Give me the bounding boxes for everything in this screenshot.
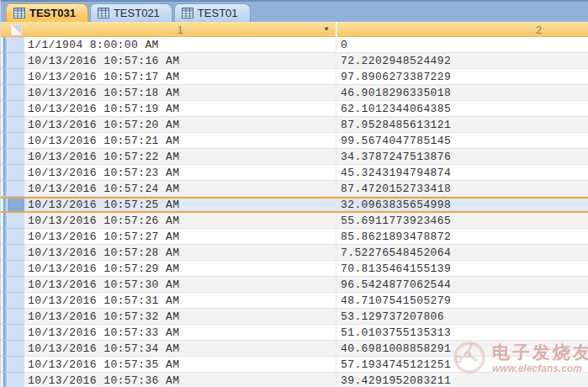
table-row[interactable]: 10/13/2016 10:57:29 AM 70.8135464155139 <box>1 261 588 277</box>
value-cell[interactable]: 45.3243194794874 <box>336 165 588 181</box>
timestamp-cell[interactable]: 10/13/2016 10:57:31 AM <box>24 293 336 309</box>
table-row[interactable]: 10/13/2016 10:57:33 AM 51.0103755135313 <box>1 325 588 341</box>
table-row[interactable]: 10/13/2016 10:57:19 AM 62.1012344064385 <box>1 101 588 117</box>
table-row[interactable]: 10/13/2016 10:57:24 AM 87.4720152733418 <box>1 181 588 197</box>
timestamp-cell[interactable]: 10/13/2016 10:57:33 AM <box>24 325 336 341</box>
timestamp-cell[interactable]: 10/13/2016 10:57:35 AM <box>24 357 336 373</box>
timestamp-cell[interactable]: 10/13/2016 10:57:30 AM <box>24 277 336 293</box>
timestamp-cell[interactable]: 10/13/2016 10:57:26 AM <box>24 213 336 229</box>
value-cell[interactable]: 55.6911773923465 <box>336 213 588 229</box>
timestamp-cell[interactable]: 10/13/2016 10:57:21 AM <box>24 133 336 149</box>
value-cell[interactable]: 72.2202948524492 <box>336 53 588 69</box>
timestamp-cell[interactable]: 10/13/2016 10:57:36 AM <box>24 373 336 387</box>
table-row[interactable]: 10/13/2016 10:57:31 AM 48.7107541505279 <box>1 293 588 309</box>
row-header-cell[interactable] <box>1 261 24 277</box>
row-header-cell[interactable] <box>1 199 24 211</box>
value-cell[interactable]: 96.5424877062544 <box>336 277 588 293</box>
value-cell[interactable]: 70.8135464155139 <box>336 261 588 277</box>
row-header-cell[interactable] <box>1 229 24 245</box>
table-row[interactable]: 1/1/1904 8:00:00 AM 0 <box>1 37 588 53</box>
table-row[interactable]: 10/13/2016 10:57:27 AM 85.8621893478872 <box>1 229 588 245</box>
row-header-cell[interactable] <box>1 85 24 101</box>
table-row[interactable]: 10/13/2016 10:57:23 AM 45.3243194794874 <box>1 165 588 181</box>
row-header-cell[interactable] <box>1 277 24 293</box>
table-row[interactable]: 10/13/2016 10:57:21 AM 99.5674047785145 <box>1 133 588 149</box>
value-cell[interactable]: 85.8621893478872 <box>336 229 588 245</box>
row-header-cell[interactable] <box>1 293 24 309</box>
row-header-cell[interactable] <box>1 213 24 229</box>
value-cell[interactable]: 87.4720152733418 <box>336 181 588 197</box>
value-cell[interactable]: 87.9528485613121 <box>336 117 588 133</box>
tab-label: TEST021 <box>114 7 160 19</box>
timestamp-cell[interactable]: 10/13/2016 10:57:34 AM <box>24 341 336 357</box>
timestamp-cell[interactable]: 10/13/2016 10:57:18 AM <box>24 85 336 101</box>
row-header-cell[interactable] <box>1 373 24 387</box>
table-row[interactable]: 10/13/2016 10:57:22 AM 34.3787247513876 <box>1 149 588 165</box>
table-row[interactable]: 10/13/2016 10:57:30 AM 96.5424877062544 <box>1 277 588 293</box>
value-cell[interactable]: 34.3787247513876 <box>336 149 588 165</box>
value-cell[interactable]: 40.6981008858291 <box>336 341 588 357</box>
value-cell[interactable]: 48.7107541505279 <box>336 293 588 309</box>
row-header-cell[interactable] <box>1 117 24 133</box>
table-row[interactable]: 10/13/2016 10:57:16 AM 72.2202948524492 <box>1 53 588 69</box>
table-row[interactable]: 10/13/2016 10:57:28 AM 7.52276548452064 <box>1 245 588 261</box>
timestamp-cell[interactable]: 10/13/2016 10:57:23 AM <box>24 165 336 181</box>
timestamp-cell[interactable]: 1/1/1904 8:00:00 AM <box>24 37 336 53</box>
timestamp-cell[interactable]: 10/13/2016 10:57:22 AM <box>24 149 336 165</box>
row-header-cell[interactable] <box>1 181 24 197</box>
table-row[interactable]: 10/13/2016 10:57:20 AM 87.9528485613121 <box>1 117 588 133</box>
table-row[interactable]: 10/13/2016 10:57:32 AM 53.129737207806 <box>1 309 588 325</box>
value-cell[interactable]: 46.9018296335018 <box>336 85 588 101</box>
column-header-2[interactable]: 2 <box>336 22 588 37</box>
row-header-cell[interactable] <box>1 357 24 373</box>
value-cell[interactable]: 0 <box>336 37 588 53</box>
select-all-corner[interactable] <box>1 22 24 37</box>
timestamp-cell[interactable]: 10/13/2016 10:57:19 AM <box>24 101 336 117</box>
value-cell[interactable]: 51.0103755135313 <box>336 325 588 341</box>
row-header-cell[interactable] <box>1 133 24 149</box>
timestamp-cell[interactable]: 10/13/2016 10:57:27 AM <box>24 229 336 245</box>
timestamp-cell[interactable]: 10/13/2016 10:57:29 AM <box>24 261 336 277</box>
row-header-cell[interactable] <box>1 149 24 165</box>
timestamp-cell[interactable]: 10/13/2016 10:57:17 AM <box>24 69 336 85</box>
timestamp-cell[interactable]: 10/13/2016 10:57:28 AM <box>24 245 336 261</box>
value-cell[interactable]: 97.8906273387229 <box>336 69 588 85</box>
table-row[interactable]: 10/13/2016 10:57:35 AM 57.1934745121251 <box>1 357 588 373</box>
data-grid-window: TEST031 TEST021 <box>0 0 588 387</box>
row-header-cell[interactable] <box>1 37 24 53</box>
value-cell[interactable]: 53.129737207806 <box>336 309 588 325</box>
row-header-cell[interactable] <box>1 69 24 85</box>
tab-test031[interactable]: TEST031 <box>6 3 88 22</box>
value-cell[interactable]: 39.4291952083211 <box>336 373 588 387</box>
tab-test021[interactable]: TEST021 <box>90 3 172 22</box>
timestamp-cell[interactable]: 10/13/2016 10:57:32 AM <box>24 309 336 325</box>
timestamp-cell[interactable]: 10/13/2016 10:57:20 AM <box>24 117 336 133</box>
filter-dropdown-arrow-icon[interactable]: ▼ <box>323 25 330 34</box>
column-header-1[interactable]: 1 ▼ <box>24 22 336 37</box>
table-row[interactable]: 10/13/2016 10:57:36 AM 39.4291952083211 <box>1 373 588 387</box>
value-cell[interactable]: 57.1934745121251 <box>336 357 588 373</box>
row-header-cell[interactable] <box>1 245 24 261</box>
row-header-cell[interactable] <box>1 309 24 325</box>
row-header-cell[interactable] <box>1 53 24 69</box>
row-header-cell[interactable] <box>1 165 24 181</box>
table-row[interactable]: 10/13/2016 10:57:25 AM 32.0963835654998 <box>1 197 588 213</box>
value-cell[interactable]: 62.1012344064385 <box>336 101 588 117</box>
tab-label: TEST031 <box>29 7 76 19</box>
table-grid-icon <box>98 8 109 19</box>
row-header-cell[interactable] <box>1 101 24 117</box>
table-row[interactable]: 10/13/2016 10:57:17 AM 97.8906273387229 <box>1 69 588 85</box>
timestamp-cell[interactable]: 10/13/2016 10:57:25 AM <box>24 199 336 211</box>
column-header-label: 1 <box>177 24 183 36</box>
tab-test01[interactable]: TEST01 <box>174 3 251 22</box>
timestamp-cell[interactable]: 10/13/2016 10:57:24 AM <box>24 181 336 197</box>
table-row[interactable]: 10/13/2016 10:57:18 AM 46.9018296335018 <box>1 85 588 101</box>
row-header-cell[interactable] <box>1 341 24 357</box>
value-cell[interactable]: 99.5674047785145 <box>336 133 588 149</box>
table-row[interactable]: 10/13/2016 10:57:34 AM 40.6981008858291 <box>1 341 588 357</box>
row-header-cell[interactable] <box>1 325 24 341</box>
value-cell[interactable]: 7.52276548452064 <box>336 245 588 261</box>
timestamp-cell[interactable]: 10/13/2016 10:57:16 AM <box>24 53 336 69</box>
table-row[interactable]: 10/13/2016 10:57:26 AM 55.6911773923465 <box>1 213 588 229</box>
value-cell[interactable]: 32.0963835654998 <box>336 199 588 211</box>
